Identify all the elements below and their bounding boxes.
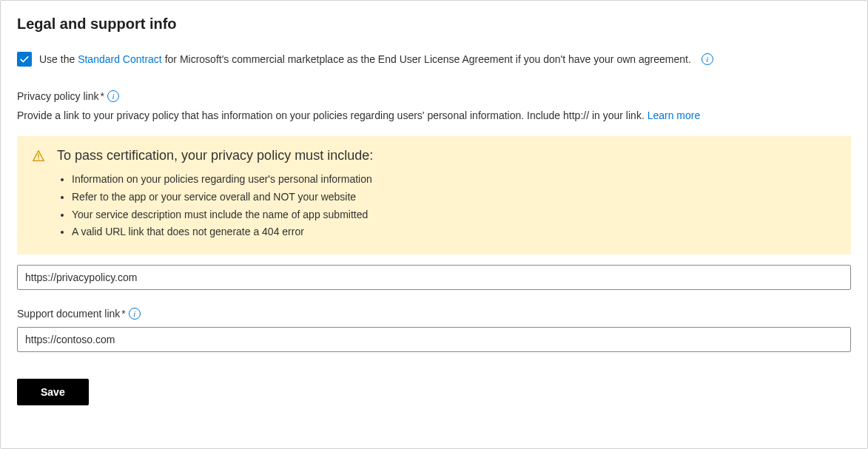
learn-more-link[interactable]: Learn more [647, 109, 701, 121]
privacy-policy-label-text: Privacy policy link [17, 90, 98, 102]
privacy-policy-description-text: Provide a link to your privacy policy th… [17, 109, 647, 121]
warning-item: Information on your policies regarding u… [72, 171, 836, 189]
support-doc-label: Support document link* i [17, 308, 141, 320]
label-prefix: Use the [39, 53, 78, 65]
checkmark-icon [19, 54, 30, 64]
info-icon[interactable]: i [129, 308, 141, 320]
info-icon[interactable]: i [702, 53, 713, 65]
privacy-policy-input[interactable] [17, 265, 851, 290]
required-mark: * [100, 90, 104, 102]
standard-contract-link[interactable]: Standard Contract [78, 53, 162, 65]
required-mark: * [121, 308, 125, 320]
warning-list: Information on your policies regarding u… [57, 171, 836, 241]
label-suffix: for Microsoft's commercial marketplace a… [162, 53, 691, 65]
legal-support-panel: Legal and support info Use the Standard … [0, 0, 868, 449]
support-doc-label-text: Support document link [17, 308, 120, 320]
svg-point-1 [38, 158, 39, 160]
warning-item: Your service description must include th… [72, 206, 836, 224]
info-icon[interactable]: i [107, 90, 119, 102]
warning-title: To pass certification, your privacy poli… [57, 148, 836, 163]
privacy-policy-label: Privacy policy link* i [17, 90, 119, 102]
section-title: Legal and support info [17, 16, 851, 33]
warning-item: Refer to the app or your service overall… [72, 189, 836, 206]
save-button[interactable]: Save [17, 379, 89, 405]
standard-contract-row: Use the Standard Contract for Microsoft'… [17, 52, 851, 67]
support-doc-input[interactable] [17, 327, 851, 352]
warning-triangle-icon [32, 149, 45, 241]
certification-warning-banner: To pass certification, your privacy poli… [17, 136, 851, 254]
warning-item: A valid URL link that does not generate … [72, 223, 836, 241]
standard-contract-label: Use the Standard Contract for Microsoft'… [39, 53, 691, 65]
standard-contract-checkbox[interactable] [17, 52, 32, 67]
privacy-policy-description: Provide a link to your privacy policy th… [17, 109, 851, 121]
warning-content: To pass certification, your privacy poli… [57, 148, 836, 241]
